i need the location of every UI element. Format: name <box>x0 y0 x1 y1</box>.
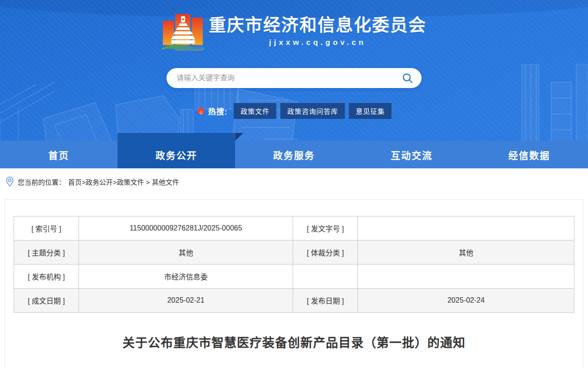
hot-search-item-opinion[interactable]: 意见征集 <box>349 103 392 119</box>
hot-search-row: 热搜: 政策文件 政策咨询问答库 意见征集 <box>0 103 588 119</box>
breadcrumb-path[interactable]: 首页>政务公开>政策文件 > 其他文件 <box>68 177 179 186</box>
meta-label-written-date: [ 成文日期 ] <box>14 289 79 313</box>
header-banner: 重庆市经济和信息化委员会 jjxxw.cq.gov.cn 热搜: 政策文件 政策… <box>0 0 588 168</box>
site-title: 重庆市经济和信息化委员会 <box>209 15 426 36</box>
search-bar[interactable] <box>167 68 421 88</box>
meta-value-doc-no <box>358 216 574 240</box>
meta-value-written-date: 2025-02-21 <box>79 289 293 313</box>
table-row: [ 索引号 ] 11500000009276281J/2025-00065 [ … <box>14 216 574 240</box>
site-brand[interactable]: 重庆市经济和信息化委员会 jjxxw.cq.gov.cn <box>0 0 588 51</box>
search-button[interactable] <box>401 71 414 85</box>
meta-label-empty <box>293 265 358 289</box>
meta-label-index-no: [ 索引号 ] <box>14 216 79 240</box>
meta-value-publish-date: 2025-02-24 <box>358 289 574 313</box>
document-meta-table: [ 索引号 ] 11500000009276281J/2025-00065 [ … <box>14 216 574 313</box>
meta-value-index-no: 11500000009276281J/2025-00065 <box>79 216 293 240</box>
hot-search-item-policy-docs[interactable]: 政策文件 <box>234 103 276 119</box>
meta-label-publish-date: [ 发布日期 ] <box>293 289 358 313</box>
hot-search-item-policy-qa[interactable]: 政策咨询问答库 <box>280 103 345 119</box>
meta-label-subject-category: [ 主题分类 ] <box>14 240 79 265</box>
flame-icon <box>196 106 206 117</box>
nav-tab-interaction[interactable]: 互动交流 <box>353 141 470 168</box>
meta-value-issuing-agency: 市经济信息委 <box>79 265 293 289</box>
meta-label-doc-no: [ 发文字号 ] <box>293 216 358 240</box>
hot-search-label: 热搜: <box>208 105 228 117</box>
meta-value-empty <box>358 265 574 289</box>
table-row: [ 成文日期 ] 2025-02-21 [ 发布日期 ] 2025-02-24 <box>14 289 574 313</box>
meta-label-genre-category: [ 体裁分类 ] <box>293 240 358 265</box>
meta-value-genre-category: 其他 <box>358 240 574 265</box>
breadcrumb: 您当前的位置： 首页>政务公开>政策文件 > 其他文件 <box>0 168 588 194</box>
location-pin-icon <box>5 177 14 187</box>
document-card: [ 索引号 ] 11500000009276281J/2025-00065 [ … <box>5 199 583 368</box>
nav-tab-home[interactable]: 首页 <box>0 141 118 168</box>
meta-label-issuing-agency: [ 发布机构 ] <box>14 265 79 289</box>
main-nav: 首页 政务公开 政务服务 互动交流 经信数据 <box>0 141 588 168</box>
nav-tab-econ-data[interactable]: 经信数据 <box>470 141 588 168</box>
breadcrumb-prefix: 您当前的位置： <box>18 177 65 186</box>
search-input[interactable] <box>176 74 401 82</box>
search-icon <box>402 72 413 84</box>
meta-value-subject-category: 其他 <box>79 240 293 265</box>
table-row: [ 主题分类 ] 其他 [ 体裁分类 ] 其他 <box>14 240 574 265</box>
table-row: [ 发布机构 ] 市经济信息委 <box>14 265 574 289</box>
nav-tab-gov-services[interactable]: 政务服务 <box>235 141 353 168</box>
site-url: jjxxw.cq.gov.cn <box>269 38 366 47</box>
document-title: 关于公布重庆市智慧医疗装备创新产品目录（第一批）的通知 <box>14 333 574 351</box>
site-logo-icon <box>162 12 204 51</box>
nav-tab-gov-disclosure[interactable]: 政务公开 <box>118 141 235 168</box>
